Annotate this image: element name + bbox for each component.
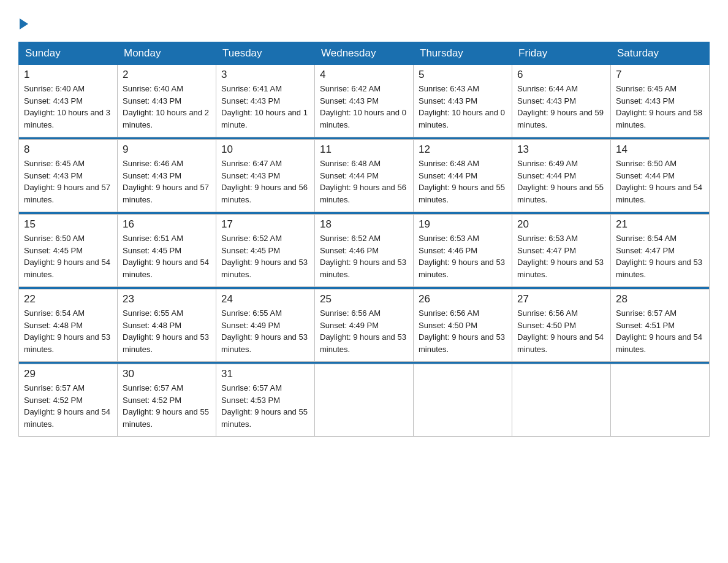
day-info: Sunrise: 6:57 AM Sunset: 4:52 PM Dayligh…: [123, 382, 211, 430]
day-info: Sunrise: 6:50 AM Sunset: 4:44 PM Dayligh…: [616, 158, 704, 205]
calendar-cell: 5 Sunrise: 6:43 AM Sunset: 4:43 PM Dayli…: [414, 65, 512, 137]
calendar-cell: 20 Sunrise: 6:53 AM Sunset: 4:47 PM Dayl…: [512, 215, 611, 287]
day-number: 8: [24, 144, 112, 156]
calendar-cell: 8 Sunrise: 6:45 AM Sunset: 4:43 PM Dayli…: [19, 140, 118, 212]
day-number: 5: [419, 69, 507, 81]
day-number: 10: [221, 144, 309, 156]
day-info: Sunrise: 6:56 AM Sunset: 4:50 PM Dayligh…: [419, 307, 507, 355]
calendar-cell: 19 Sunrise: 6:53 AM Sunset: 4:46 PM Dayl…: [414, 215, 512, 287]
col-header-wednesday: Wednesday: [315, 42, 414, 65]
day-info: Sunrise: 6:44 AM Sunset: 4:43 PM Dayligh…: [517, 83, 605, 131]
day-number: 2: [123, 69, 211, 81]
calendar-cell: 7 Sunrise: 6:45 AM Sunset: 4:43 PM Dayli…: [611, 65, 710, 137]
calendar-cell: 18 Sunrise: 6:52 AM Sunset: 4:46 PM Dayl…: [315, 215, 414, 287]
day-number: 24: [221, 293, 309, 305]
day-number: 20: [517, 218, 605, 231]
day-number: 1: [24, 69, 112, 81]
day-info: Sunrise: 6:50 AM Sunset: 4:45 PM Dayligh…: [24, 232, 112, 280]
day-number: 17: [221, 218, 309, 231]
day-info: Sunrise: 6:52 AM Sunset: 4:46 PM Dayligh…: [320, 232, 408, 280]
col-header-monday: Monday: [118, 42, 216, 65]
calendar-cell: 15 Sunrise: 6:50 AM Sunset: 4:45 PM Dayl…: [19, 215, 118, 287]
calendar-cell: [611, 364, 710, 437]
calendar-cell: 10 Sunrise: 6:47 AM Sunset: 4:43 PM Dayl…: [216, 140, 315, 212]
logo-triangle-icon: [20, 18, 28, 29]
day-number: 7: [616, 69, 704, 81]
calendar-week-row: 15 Sunrise: 6:50 AM Sunset: 4:45 PM Dayl…: [19, 215, 710, 287]
day-info: Sunrise: 6:53 AM Sunset: 4:46 PM Dayligh…: [419, 232, 507, 280]
day-info: Sunrise: 6:53 AM Sunset: 4:47 PM Dayligh…: [517, 232, 605, 280]
day-number: 18: [320, 218, 408, 231]
calendar-cell: 17 Sunrise: 6:52 AM Sunset: 4:45 PM Dayl…: [216, 215, 315, 287]
day-info: Sunrise: 6:54 AM Sunset: 4:48 PM Dayligh…: [24, 307, 112, 355]
calendar-cell: 12 Sunrise: 6:48 AM Sunset: 4:44 PM Dayl…: [414, 140, 512, 212]
day-number: 28: [616, 293, 704, 305]
day-number: 19: [419, 218, 507, 231]
day-info: Sunrise: 6:49 AM Sunset: 4:44 PM Dayligh…: [517, 158, 605, 205]
calendar-week-row: 8 Sunrise: 6:45 AM Sunset: 4:43 PM Dayli…: [19, 140, 710, 212]
day-number: 23: [123, 293, 211, 305]
calendar-cell: 14 Sunrise: 6:50 AM Sunset: 4:44 PM Dayl…: [611, 140, 710, 212]
day-info: Sunrise: 6:40 AM Sunset: 4:43 PM Dayligh…: [24, 83, 112, 131]
day-number: 26: [419, 293, 507, 305]
page-header: [18, 18, 710, 29]
day-number: 30: [123, 368, 211, 380]
col-header-saturday: Saturday: [611, 42, 710, 65]
calendar-cell: 30 Sunrise: 6:57 AM Sunset: 4:52 PM Dayl…: [118, 364, 216, 437]
day-info: Sunrise: 6:52 AM Sunset: 4:45 PM Dayligh…: [221, 232, 309, 280]
day-info: Sunrise: 6:45 AM Sunset: 4:43 PM Dayligh…: [616, 83, 704, 131]
day-number: 15: [24, 218, 112, 231]
day-number: 29: [24, 368, 112, 380]
day-info: Sunrise: 6:40 AM Sunset: 4:43 PM Dayligh…: [123, 83, 211, 131]
calendar-cell: 25 Sunrise: 6:56 AM Sunset: 4:49 PM Dayl…: [315, 289, 414, 362]
calendar-cell: [512, 364, 611, 437]
day-info: Sunrise: 6:51 AM Sunset: 4:45 PM Dayligh…: [123, 232, 211, 280]
calendar-cell: 1 Sunrise: 6:40 AM Sunset: 4:43 PM Dayli…: [19, 65, 118, 137]
day-info: Sunrise: 6:41 AM Sunset: 4:43 PM Dayligh…: [221, 83, 309, 131]
day-number: 12: [419, 144, 507, 156]
calendar-cell: 31 Sunrise: 6:57 AM Sunset: 4:53 PM Dayl…: [216, 364, 315, 437]
calendar-cell: 21 Sunrise: 6:54 AM Sunset: 4:47 PM Dayl…: [611, 215, 710, 287]
calendar-week-row: 1 Sunrise: 6:40 AM Sunset: 4:43 PM Dayli…: [19, 65, 710, 137]
col-header-thursday: Thursday: [414, 42, 512, 65]
day-number: 11: [320, 144, 408, 156]
calendar-cell: 2 Sunrise: 6:40 AM Sunset: 4:43 PM Dayli…: [118, 65, 216, 137]
calendar-week-row: 22 Sunrise: 6:54 AM Sunset: 4:48 PM Dayl…: [19, 289, 710, 362]
day-info: Sunrise: 6:48 AM Sunset: 4:44 PM Dayligh…: [419, 158, 507, 205]
day-info: Sunrise: 6:56 AM Sunset: 4:50 PM Dayligh…: [517, 307, 605, 355]
day-info: Sunrise: 6:42 AM Sunset: 4:43 PM Dayligh…: [320, 83, 408, 131]
calendar-cell: 23 Sunrise: 6:55 AM Sunset: 4:48 PM Dayl…: [118, 289, 216, 362]
calendar-cell: [315, 364, 414, 437]
calendar-cell: 28 Sunrise: 6:57 AM Sunset: 4:51 PM Dayl…: [611, 289, 710, 362]
day-number: 9: [123, 144, 211, 156]
col-header-sunday: Sunday: [19, 42, 118, 65]
calendar-cell: 24 Sunrise: 6:55 AM Sunset: 4:49 PM Dayl…: [216, 289, 315, 362]
calendar-cell: 6 Sunrise: 6:44 AM Sunset: 4:43 PM Dayli…: [512, 65, 611, 137]
calendar-cell: [414, 364, 512, 437]
day-number: 16: [123, 218, 211, 231]
day-info: Sunrise: 6:46 AM Sunset: 4:43 PM Dayligh…: [123, 158, 211, 205]
calendar-cell: 3 Sunrise: 6:41 AM Sunset: 4:43 PM Dayli…: [216, 65, 315, 137]
day-number: 25: [320, 293, 408, 305]
day-number: 14: [616, 144, 704, 156]
day-info: Sunrise: 6:45 AM Sunset: 4:43 PM Dayligh…: [24, 158, 112, 205]
day-info: Sunrise: 6:57 AM Sunset: 4:53 PM Dayligh…: [221, 382, 309, 430]
day-info: Sunrise: 6:48 AM Sunset: 4:44 PM Dayligh…: [320, 158, 408, 205]
day-number: 22: [24, 293, 112, 305]
day-number: 21: [616, 218, 704, 231]
day-number: 4: [320, 69, 408, 81]
calendar-week-row: 29 Sunrise: 6:57 AM Sunset: 4:52 PM Dayl…: [19, 364, 710, 437]
day-info: Sunrise: 6:55 AM Sunset: 4:48 PM Dayligh…: [123, 307, 211, 355]
day-number: 13: [517, 144, 605, 156]
day-number: 27: [517, 293, 605, 305]
calendar-cell: 27 Sunrise: 6:56 AM Sunset: 4:50 PM Dayl…: [512, 289, 611, 362]
day-info: Sunrise: 6:47 AM Sunset: 4:43 PM Dayligh…: [221, 158, 309, 205]
day-info: Sunrise: 6:57 AM Sunset: 4:52 PM Dayligh…: [24, 382, 112, 430]
calendar-cell: 29 Sunrise: 6:57 AM Sunset: 4:52 PM Dayl…: [19, 364, 118, 437]
calendar-cell: 13 Sunrise: 6:49 AM Sunset: 4:44 PM Dayl…: [512, 140, 611, 212]
day-info: Sunrise: 6:54 AM Sunset: 4:47 PM Dayligh…: [616, 232, 704, 280]
day-info: Sunrise: 6:57 AM Sunset: 4:51 PM Dayligh…: [616, 307, 704, 355]
calendar-cell: 4 Sunrise: 6:42 AM Sunset: 4:43 PM Dayli…: [315, 65, 414, 137]
calendar-cell: 11 Sunrise: 6:48 AM Sunset: 4:44 PM Dayl…: [315, 140, 414, 212]
day-number: 3: [221, 69, 309, 81]
